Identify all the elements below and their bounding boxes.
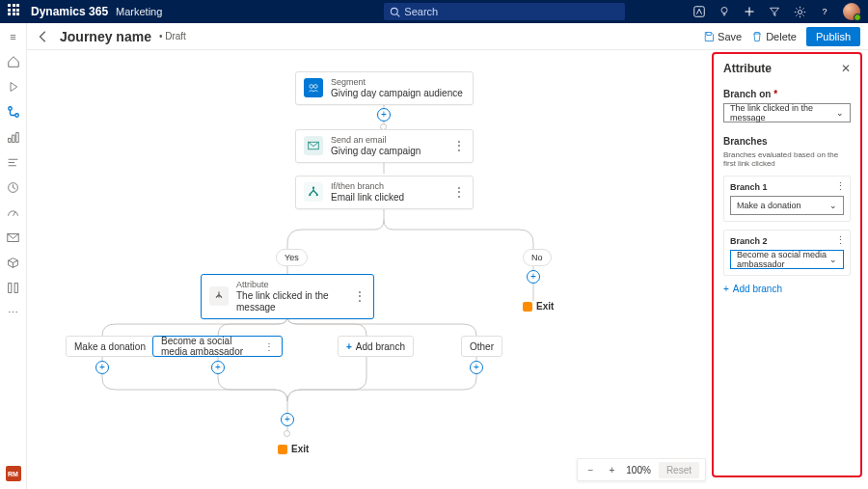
lightbulb-icon[interactable] xyxy=(718,5,731,18)
svg-point-11 xyxy=(14,114,18,118)
node-more-icon[interactable]: ⋮ xyxy=(446,185,465,199)
close-icon[interactable]: ✕ xyxy=(841,62,851,75)
zoom-in-button[interactable]: + xyxy=(605,465,618,475)
svg-point-8 xyxy=(798,10,801,14)
svg-point-39 xyxy=(316,194,318,196)
plus-icon[interactable] xyxy=(743,5,756,18)
branch-on-select[interactable]: The link clicked in the message⌄ xyxy=(723,103,851,122)
global-search[interactable]: Search xyxy=(384,3,625,20)
branches-subtext: Branches evaluated based on the first li… xyxy=(723,150,851,168)
svg-rect-12 xyxy=(9,138,11,142)
nav-columns-icon[interactable] xyxy=(6,280,21,295)
nav-speed-icon[interactable] xyxy=(6,204,21,220)
branch-pill-other[interactable]: Other xyxy=(461,336,502,357)
svg-point-3 xyxy=(721,8,727,14)
svg-rect-13 xyxy=(13,135,14,142)
settings-icon[interactable] xyxy=(793,5,806,18)
zoom-level: 100% xyxy=(626,465,651,475)
add-step-button[interactable]: + xyxy=(527,270,540,284)
segment-icon xyxy=(304,78,323,97)
attribute-panel: Attribute ✕ Branch on * The link clicked… xyxy=(712,52,862,477)
zoom-out-button[interactable]: − xyxy=(583,465,597,475)
svg-text:?: ? xyxy=(822,7,827,16)
add-branch-link[interactable]: +Add branch xyxy=(723,284,851,294)
svg-point-38 xyxy=(309,194,311,196)
add-step-button[interactable]: + xyxy=(281,413,294,426)
nav-journey-icon[interactable] xyxy=(6,104,21,120)
user-avatar[interactable] xyxy=(843,3,860,20)
publish-button[interactable]: Publish xyxy=(806,27,860,46)
attribute-node[interactable]: AttributeThe link clicked in the message… xyxy=(201,274,374,319)
app-launcher-icon[interactable] xyxy=(8,4,23,19)
svg-point-35 xyxy=(313,85,317,89)
status-badge: • Draft xyxy=(159,31,186,41)
chevron-down-icon: ⌄ xyxy=(836,108,844,118)
add-step-button[interactable]: + xyxy=(377,108,391,122)
node-more-icon[interactable]: ⋮ xyxy=(346,289,366,303)
add-step-button[interactable]: + xyxy=(470,361,483,374)
svg-rect-21 xyxy=(9,283,12,292)
zoom-control: − + 100% Reset xyxy=(577,458,706,481)
svg-rect-22 xyxy=(14,283,17,292)
nav-task-icon[interactable] xyxy=(6,154,21,170)
nav-play-icon[interactable] xyxy=(6,79,21,95)
svg-rect-14 xyxy=(16,132,18,142)
chevron-down-icon: ⌄ xyxy=(829,255,837,264)
branch-more-icon[interactable]: ⋮ xyxy=(835,180,846,193)
filter-icon[interactable] xyxy=(768,5,781,18)
branch-icon xyxy=(304,182,323,202)
save-button[interactable]: Save xyxy=(703,31,742,42)
exit-label: Exit xyxy=(278,444,309,454)
plus-icon: + xyxy=(346,341,352,352)
email-node[interactable]: Send an emailGiving day campaign ⋮ xyxy=(295,129,474,163)
exit-icon xyxy=(523,302,532,312)
panel-title: Attribute xyxy=(723,62,772,75)
yes-label: Yes xyxy=(276,249,308,266)
branch-pill-ambassador[interactable]: Become a social media ambassador⋮ xyxy=(152,336,283,357)
add-branch-pill[interactable]: +Add branch xyxy=(338,336,414,357)
svg-point-34 xyxy=(310,85,313,89)
nav-home-icon[interactable] xyxy=(6,54,21,69)
page-title: Journey name xyxy=(60,29,151,44)
attribute-icon xyxy=(209,286,229,306)
plus-icon: + xyxy=(723,284,729,294)
branch-1-select[interactable]: Make a donation⌄ xyxy=(730,196,844,215)
left-nav-rail: ≡ ⋯ RM xyxy=(0,23,27,489)
svg-point-0 xyxy=(392,8,398,14)
help-icon[interactable]: ? xyxy=(818,5,831,18)
search-placeholder: Search xyxy=(404,6,438,17)
ifthen-node[interactable]: If/then branchEmail link clicked ⋮ xyxy=(295,176,474,209)
svg-line-19 xyxy=(14,211,15,215)
chevron-down-icon: ⌄ xyxy=(829,201,837,210)
svg-point-10 xyxy=(8,107,12,111)
nav-more-icon[interactable]: ⋯ xyxy=(6,305,21,320)
no-label: No xyxy=(523,249,552,266)
branch-more-icon[interactable]: ⋮ xyxy=(835,234,846,247)
nav-menu-icon[interactable]: ≡ xyxy=(6,29,21,44)
branch-2-select[interactable]: Become a social media ambassador⌄ xyxy=(730,250,844,269)
zoom-reset-button[interactable]: Reset xyxy=(659,462,699,478)
connector-dot xyxy=(284,430,290,437)
add-step-button[interactable]: + xyxy=(95,361,109,374)
back-button[interactable] xyxy=(35,28,52,45)
nav-analytics-icon[interactable] xyxy=(6,129,21,145)
pill-more-icon[interactable]: ⋮ xyxy=(264,341,274,352)
segment-node[interactable]: SegmentGiving day campaign audience xyxy=(295,71,474,105)
assistant-icon[interactable] xyxy=(692,5,706,18)
branches-label: Branches xyxy=(723,136,851,147)
nav-history-icon[interactable] xyxy=(6,179,21,195)
node-more-icon[interactable]: ⋮ xyxy=(446,139,465,152)
email-icon xyxy=(304,136,323,155)
svg-line-1 xyxy=(397,14,400,16)
add-step-button[interactable]: + xyxy=(211,361,225,374)
nav-package-icon[interactable] xyxy=(6,255,21,270)
persona-badge[interactable]: RM xyxy=(6,466,21,481)
brand-name: Dynamics 365 xyxy=(31,5,108,18)
global-header: Dynamics 365 Marketing Search ? xyxy=(0,0,868,23)
command-bar: Journey name • Draft Save Delete Publish xyxy=(27,23,868,50)
nav-email-icon[interactable] xyxy=(6,230,21,245)
svg-point-37 xyxy=(312,187,314,189)
search-icon xyxy=(390,7,400,17)
app-name: Marketing xyxy=(116,6,162,17)
delete-button[interactable]: Delete xyxy=(751,31,797,42)
